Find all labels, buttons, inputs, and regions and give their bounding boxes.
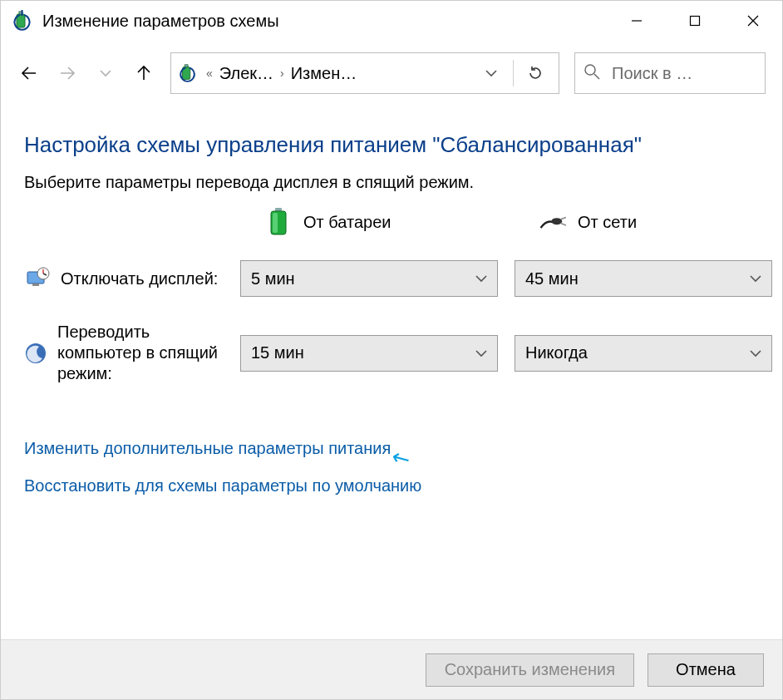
save-button-label: Сохранить изменения xyxy=(445,660,615,679)
link-restore-defaults[interactable]: Восстановить для схемы параметры по умол… xyxy=(24,476,421,495)
content-area: Настройка схемы управления питанием "Сба… xyxy=(1,102,782,639)
links-area: Изменить дополнительные параметры питани… xyxy=(24,434,759,514)
svg-rect-4 xyxy=(691,17,700,26)
breadcrumb-segment-1[interactable]: Элек… xyxy=(219,64,273,83)
select-value: Никогда xyxy=(525,343,588,362)
search-placeholder: Поиск в … xyxy=(612,64,692,83)
breadcrumb-root[interactable]: « xyxy=(204,67,214,80)
page-heading: Настройка схемы управления питанием "Сба… xyxy=(24,132,759,158)
page-subtext: Выберите параметры перевода дисплея в сп… xyxy=(24,173,759,192)
chevron-down-icon xyxy=(475,347,487,360)
battery-icon xyxy=(265,209,292,235)
svg-line-10 xyxy=(594,74,599,79)
display-clock-icon xyxy=(24,265,51,292)
row-sleep: Переводить компьютер в спящий режим: xyxy=(24,322,224,384)
column-header-battery-label: От батареи xyxy=(303,213,391,232)
window-controls xyxy=(608,1,782,41)
address-dropdown-button[interactable] xyxy=(475,53,508,93)
breadcrumb-segment-2[interactable]: Измен… xyxy=(291,64,357,83)
power-options-icon xyxy=(11,9,34,32)
column-header-plugged: От сети xyxy=(515,209,772,235)
footer: Сохранить изменения Отмена xyxy=(1,639,782,699)
save-button[interactable]: Сохранить изменения xyxy=(426,653,634,687)
select-value: 45 мин xyxy=(525,269,579,288)
chevron-down-icon xyxy=(475,272,487,285)
address-bar[interactable]: « Элек… › Измен… xyxy=(170,52,559,94)
titlebar: Изменение параметров схемы xyxy=(1,1,782,41)
minimize-button[interactable] xyxy=(608,1,666,41)
window-title: Изменение параметров схемы xyxy=(42,12,608,31)
back-button[interactable] xyxy=(17,62,41,85)
column-header-plugged-label: От сети xyxy=(578,213,637,232)
svg-point-14 xyxy=(551,218,562,224)
svg-rect-18 xyxy=(32,283,39,286)
select-sleep-plugged[interactable]: Никогда xyxy=(515,335,772,372)
svg-rect-13 xyxy=(273,213,278,233)
forward-button[interactable] xyxy=(56,62,79,85)
search-input[interactable]: Поиск в … xyxy=(574,52,766,94)
settings-grid: От батареи От сети xyxy=(24,209,759,384)
row-sleep-label: Переводить компьютер в спящий режим: xyxy=(57,322,224,384)
svg-rect-8 xyxy=(185,65,188,67)
select-value: 5 мин xyxy=(251,269,295,288)
select-display-off-plugged[interactable]: 45 мин xyxy=(515,260,772,297)
select-sleep-battery[interactable]: 15 мин xyxy=(240,335,498,372)
select-value: 15 мин xyxy=(251,343,304,362)
refresh-button[interactable] xyxy=(519,53,552,93)
link-advanced-settings[interactable]: Изменить дополнительные параметры питани… xyxy=(24,439,391,458)
svg-line-15 xyxy=(561,217,566,219)
up-button[interactable] xyxy=(132,62,155,85)
recent-locations-button[interactable] xyxy=(94,62,117,85)
svg-line-16 xyxy=(561,224,566,225)
row-display-off: Отключать дисплей: xyxy=(24,265,224,292)
plug-icon xyxy=(539,209,566,235)
svg-rect-11 xyxy=(275,208,282,211)
chevron-right-icon[interactable]: › xyxy=(278,67,286,80)
cancel-button-label: Отмена xyxy=(676,660,736,679)
power-options-icon xyxy=(176,62,199,85)
window: Изменение параметров схемы xyxy=(0,0,783,700)
sleep-moon-icon xyxy=(24,340,47,367)
search-icon xyxy=(584,63,600,84)
svg-point-9 xyxy=(585,65,595,75)
navigation-bar: « Элек… › Измен… Поиск в … xyxy=(1,41,782,102)
select-display-off-battery[interactable]: 5 мин xyxy=(240,260,498,297)
divider xyxy=(513,60,514,86)
row-display-off-label: Отключать дисплей: xyxy=(61,269,218,289)
column-header-battery: От батареи xyxy=(240,209,498,235)
chevron-down-icon xyxy=(750,272,761,285)
cancel-button[interactable]: Отмена xyxy=(648,653,764,687)
chevron-down-icon xyxy=(750,347,761,360)
maximize-button[interactable] xyxy=(666,1,724,41)
annotation-arrow-icon: ↖ xyxy=(387,443,416,475)
close-button[interactable] xyxy=(724,1,782,41)
